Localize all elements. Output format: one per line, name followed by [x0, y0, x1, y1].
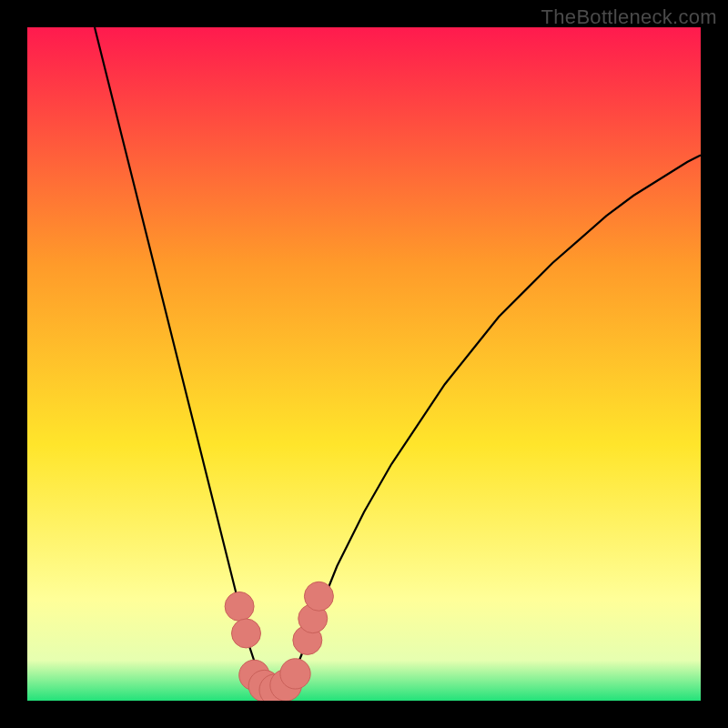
chart-container: TheBottleneck.com: [0, 0, 728, 728]
bottleneck-plot: [27, 27, 701, 701]
watermark-text: TheBottleneck.com: [541, 5, 717, 29]
gradient-background: [27, 27, 701, 701]
curve-marker: [225, 592, 254, 621]
curve-marker: [232, 619, 261, 648]
curve-marker: [304, 581, 333, 611]
curve-marker: [280, 659, 310, 689]
